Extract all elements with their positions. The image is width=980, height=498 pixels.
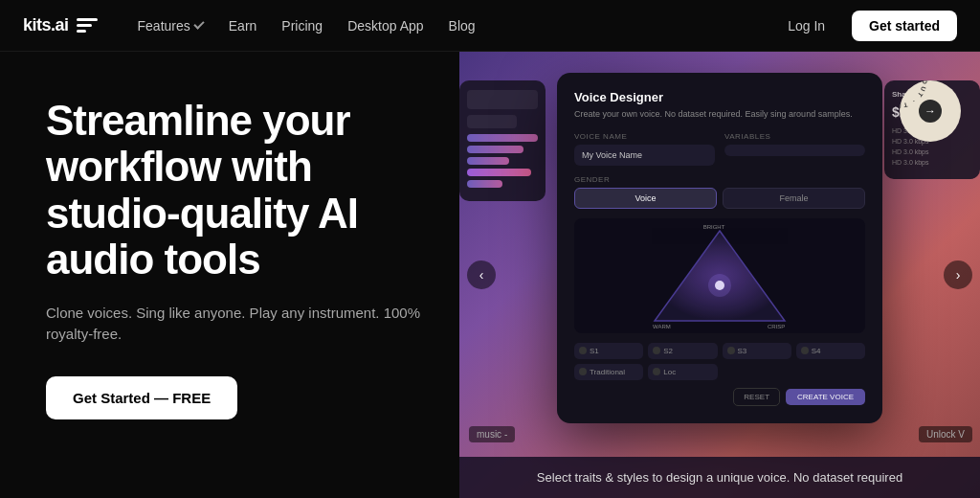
lsc-row-2 — [467, 115, 517, 128]
nav-right: Log In Get started — [776, 11, 957, 41]
vd-variables-field: Variables — [724, 132, 865, 166]
hero-left: Streamline your workflow with studio-qua… — [0, 52, 459, 498]
nav-desktop-app[interactable]: Desktop App — [338, 12, 433, 39]
rsc-row-4: HD 3.0 kbps — [892, 159, 972, 166]
svg-text:WARM: WARM — [653, 324, 671, 328]
vd-style-s3[interactable]: S3 — [723, 343, 791, 359]
chevron-down-icon — [193, 18, 204, 29]
hero-caption-text: Select traits & styles to design a uniqu… — [537, 470, 902, 485]
logo-text: kits.ai — [23, 15, 69, 35]
vd-voice-name-label: Voice Name — [574, 132, 715, 141]
vd-style-s1[interactable]: S1 — [574, 343, 643, 359]
carousel-prev-button[interactable]: ‹ — [467, 260, 496, 289]
main-content: Streamline your workflow with studio-qua… — [0, 52, 980, 498]
rsc-row-3: HD 3.0 kbps — [892, 148, 972, 155]
vd-gender-row: Voice Female — [574, 188, 865, 209]
left-side-card — [459, 80, 546, 201]
vd-voice-name-input[interactable]: My Voice Name — [574, 145, 715, 166]
hero-title: Streamline your workflow with studio-qua… — [46, 98, 421, 283]
carousel-next-button[interactable]: › — [944, 260, 972, 289]
hero-right: ‹ Voice Designer Create your own voice. … — [459, 52, 980, 498]
vd-triangle-svg: BRIGHT WARM CRISP — [643, 223, 796, 328]
lsc-bar-5 — [467, 180, 502, 188]
unlock-label: Unlock V — [919, 426, 972, 442]
hero-subtitle: Clone voices. Sing like anyone. Play any… — [46, 303, 421, 346]
vd-gender-voice[interactable]: Voice — [574, 188, 717, 209]
vd-desc: Create your own voice. No dataset requir… — [574, 108, 865, 121]
vd-title: Voice Designer — [574, 90, 865, 104]
music-label: music - — [469, 426, 515, 442]
nav-earn[interactable]: Earn — [219, 12, 267, 39]
logo-icon — [77, 17, 98, 34]
vd-style-traditional[interactable]: Traditional — [574, 364, 643, 380]
logo[interactable]: kits.ai — [23, 15, 98, 35]
lsc-bar-2 — [467, 146, 523, 153]
lsc-bar-1 — [467, 134, 538, 142]
nav-features[interactable]: Features — [128, 12, 213, 39]
vd-bottom-row: RESET CREATE VOICE — [574, 388, 865, 406]
svg-text:TRY IT OUT · TRY IT OUT ·: TRY IT OUT · TRY IT OUT · — [900, 80, 928, 109]
vd-style-loc[interactable]: Loc — [648, 364, 717, 380]
vd-create-button[interactable]: CREATE VOICE — [786, 389, 865, 405]
svg-text:BRIGHT: BRIGHT — [703, 224, 725, 230]
vd-styles-grid: S1 S2 S3 S4 Traditional Loc — [574, 343, 865, 380]
nav-pricing[interactable]: Pricing — [272, 12, 332, 39]
svg-text:CRISP: CRISP — [768, 324, 785, 328]
navbar: kits.ai Features Earn Pricing Desktop Ap… — [0, 0, 980, 52]
vd-gender-label: Gender — [574, 175, 865, 184]
hero-caption: Select traits & styles to design a uniqu… — [459, 457, 980, 498]
vd-variables-input[interactable] — [724, 145, 865, 156]
lsc-row-1 — [467, 90, 538, 109]
vd-style-s2[interactable]: S2 — [648, 343, 717, 359]
try-circle-text-svg: TRY IT OUT · TRY IT OUT · — [900, 80, 930, 111]
vd-name-row: Voice Name My Voice Name Variables — [574, 132, 865, 166]
vd-gender-female[interactable]: Female — [723, 188, 865, 209]
lsc-bar-4 — [467, 169, 531, 176]
voice-designer-card: Voice Designer Create your own voice. No… — [557, 73, 882, 423]
nav-blog[interactable]: Blog — [439, 12, 485, 39]
nav-links: Features Earn Pricing Desktop App Blog — [128, 12, 777, 39]
vd-voice-name-field: Voice Name My Voice Name — [574, 132, 715, 166]
get-started-nav-button[interactable]: Get started — [852, 11, 957, 41]
login-button[interactable]: Log In — [776, 12, 836, 39]
lsc-bar-3 — [467, 157, 509, 165]
vd-variables-label: Variables — [724, 132, 865, 141]
vd-reset-button[interactable]: RESET — [733, 388, 780, 406]
svg-point-2 — [708, 274, 731, 297]
vd-style-s4[interactable]: S4 — [796, 343, 865, 359]
try-it-out-badge[interactable]: TRY IT OUT · TRY IT OUT · → — [900, 80, 961, 142]
hero-cta-button[interactable]: Get Started — FREE — [46, 376, 237, 419]
vd-triangle-area: BRIGHT WARM CRISP — [574, 218, 865, 333]
